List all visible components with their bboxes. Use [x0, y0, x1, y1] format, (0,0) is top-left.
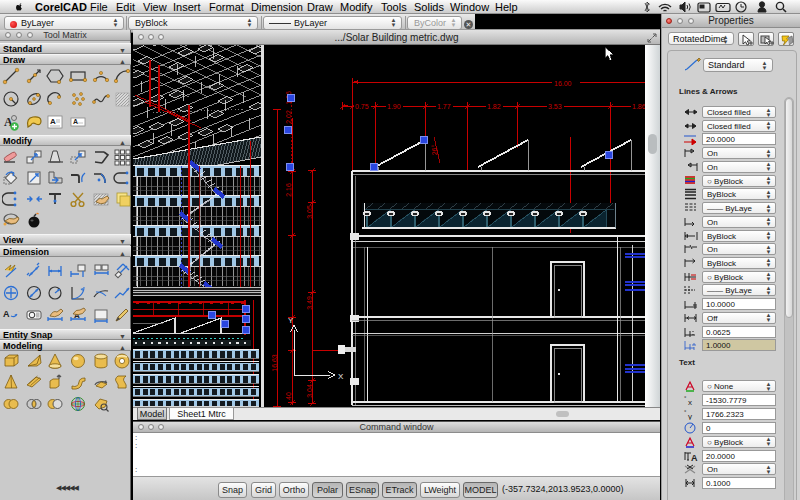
svg-text:3.49: 3.49 — [306, 296, 313, 310]
svg-text:y: y — [688, 412, 692, 420]
svg-text:0.75: 0.75 — [355, 103, 369, 110]
svg-text:Y: Y — [288, 316, 294, 325]
svg-text:A: A — [73, 118, 78, 125]
svg-text:3.04: 3.04 — [306, 384, 313, 398]
svg-text:2.16: 2.16 — [285, 183, 292, 197]
svg-text:A: A — [50, 117, 56, 126]
svg-text:x: x — [688, 398, 692, 406]
svg-text:X: X — [338, 372, 344, 381]
svg-text:.40: .40 — [285, 392, 292, 402]
svg-text:°: ° — [684, 395, 687, 401]
svg-text:16.00: 16.00 — [554, 80, 572, 87]
svg-text:3.53: 3.53 — [548, 103, 562, 110]
svg-text:A: A — [3, 309, 10, 319]
svg-text:1.77: 1.77 — [437, 103, 451, 110]
svg-text:3.05: 3.05 — [306, 205, 313, 219]
svg-text:1.82: 1.82 — [487, 103, 501, 110]
svg-text:°: ° — [684, 409, 687, 415]
svg-text:1.90: 1.90 — [387, 103, 401, 110]
svg-text:1.86: 1.86 — [632, 103, 645, 110]
svg-text:A: A — [691, 453, 698, 462]
svg-text:16.63: 16.63 — [271, 354, 278, 372]
